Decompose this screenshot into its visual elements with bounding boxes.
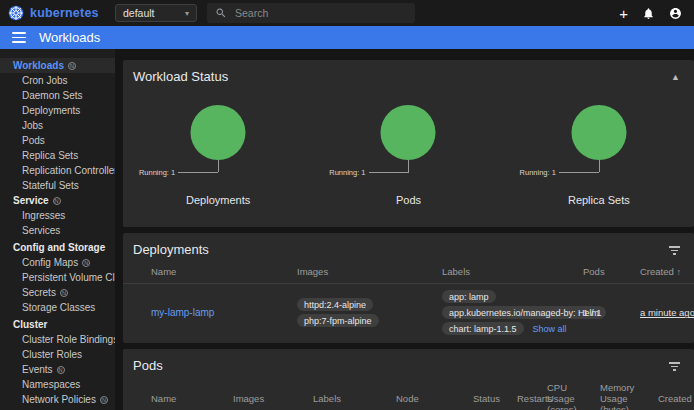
sidebar-item-service[interactable]: Service N <box>0 193 115 208</box>
namespaced-icon: N <box>82 259 90 267</box>
namespaced-icon: N <box>68 62 76 70</box>
pie-legend-running: Running: 1 <box>329 168 365 177</box>
kubernetes-logo-icon <box>8 5 24 21</box>
chevron-down-icon: ▾ <box>185 9 189 18</box>
chart-title-pods: Pods <box>313 194 503 206</box>
deployments-table-header: Name Images Labels Pods Created ↑ <box>123 265 694 284</box>
namespaced-icon: N <box>53 197 61 205</box>
deployment-labels: app: lamp app.kubernetes.io/managed-by: … <box>442 289 583 337</box>
notifications-bell-icon[interactable] <box>642 7 655 20</box>
col-images[interactable]: Images <box>233 394 313 405</box>
namespace-selector[interactable]: default ▾ <box>115 4 197 22</box>
col-images[interactable]: Images <box>297 267 442 278</box>
workload-status-title: Workload Status <box>133 69 228 84</box>
col-cpu-usage[interactable]: CPU Usage (cores) <box>547 383 600 410</box>
pods-table-header: Name Images Labels Node Status Restarts … <box>123 381 694 410</box>
sidebar-item-secrets[interactable]: Secrets N <box>0 285 115 300</box>
sidebar-item-workloads[interactable]: Workloads N <box>0 58 115 73</box>
label-chip: app.kubernetes.io/managed-by: Helm <box>442 306 606 319</box>
deployment-name-link[interactable]: my-lamp-lamp <box>151 307 297 318</box>
namespaced-icon: N <box>60 289 68 297</box>
col-node[interactable]: Node <box>396 394 473 405</box>
appbar: Workloads <box>0 26 694 49</box>
show-all-link[interactable]: Show all <box>533 324 567 334</box>
sidebar-item-namespaces[interactable]: Namespaces <box>0 377 115 392</box>
label-chip: chart: lamp-1.1.5 <box>442 322 524 335</box>
user-account-icon[interactable] <box>669 7 682 20</box>
collapse-chevron-up-icon[interactable]: ▲ <box>671 72 680 82</box>
sidebar-section-cluster: Cluster <box>0 317 115 332</box>
sidebar-item-cluster-roles[interactable]: Cluster Roles <box>0 347 115 362</box>
brand-name: kubernetes <box>30 6 99 20</box>
col-created[interactable]: Created ↑ <box>658 394 694 405</box>
brand-link[interactable]: kubernetes <box>0 5 108 21</box>
sidebar-item-ingresses[interactable]: Ingresses <box>0 208 115 223</box>
pods-card: Pods Name Images Labels Node Status Rest… <box>123 349 694 410</box>
deployment-images: httpd:2.4-alpine php:7-fpm-alpine <box>297 297 442 329</box>
deployments-card: Deployments Name Images Labels Pods Crea… <box>123 233 694 343</box>
workload-status-charts: Running: 1 Deployments Running: 1 Pods <box>123 92 694 216</box>
sidebar-item-persistent-volume-claims[interactable]: Persistent Volume Claims N <box>0 270 115 285</box>
chart-title-replica-sets: Replica Sets <box>504 194 694 206</box>
filter-icon[interactable] <box>669 360 680 371</box>
namespaced-icon: N <box>57 366 65 374</box>
col-restarts[interactable]: Restarts <box>517 394 547 405</box>
chart-title-deployments: Deployments <box>123 194 313 206</box>
sidebar-item-services[interactable]: Services <box>0 223 115 238</box>
sidebar-item-jobs[interactable]: Jobs <box>0 118 115 133</box>
sidebar-item-daemon-sets[interactable]: Daemon Sets <box>0 88 115 103</box>
deployment-created[interactable]: a minute ago <box>640 307 694 318</box>
sidebar-item-deployments[interactable]: Deployments <box>0 103 115 118</box>
pie-legend-running: Running: 1 <box>520 168 556 177</box>
col-name[interactable]: Name <box>151 394 233 405</box>
workload-status-card: Workload Status ▲ Running: 1 Deployments <box>123 60 694 227</box>
image-chip: php:7-fpm-alpine <box>297 314 379 327</box>
sidebar-item-stateful-sets[interactable]: Stateful Sets <box>0 178 115 193</box>
col-labels[interactable]: Labels <box>313 394 396 405</box>
menu-hamburger-icon[interactable] <box>12 32 26 42</box>
sidebar-item-cluster-role-bindings[interactable]: Cluster Role Bindings <box>0 332 115 347</box>
search-icon <box>215 7 227 19</box>
topbar-actions: + <box>619 6 694 21</box>
col-name[interactable]: Name <box>151 267 297 278</box>
kubernetes-dashboard: kubernetes default ▾ + Workloads <box>0 0 694 410</box>
sidebar-item-replication-controllers[interactable]: Replication Controllers <box>0 163 115 178</box>
sidebar-item-storage-classes[interactable]: Storage Classes <box>0 300 115 315</box>
topbar: kubernetes default ▾ + <box>0 0 694 26</box>
col-labels[interactable]: Labels <box>442 267 583 278</box>
search-box[interactable] <box>207 3 415 23</box>
sidebar-item-cron-jobs[interactable]: Cron Jobs <box>0 73 115 88</box>
pie-legend-running: Running: 1 <box>139 168 175 177</box>
search-input[interactable] <box>235 7 385 19</box>
sidebar-section-config-and-storage: Config and Storage <box>0 240 115 255</box>
deployment-pods-count: 1 / 1 <box>583 307 640 318</box>
namespace-value: default <box>123 7 155 19</box>
replica-sets-pie-chart: Running: 1 Replica Sets <box>504 92 694 216</box>
deployments-pie[interactable] <box>191 105 246 160</box>
deployments-pie-chart: Running: 1 Deployments <box>123 92 313 216</box>
main-content: Workload Status ▲ Running: 1 Deployments <box>115 49 694 410</box>
sort-ascending-icon: ↑ <box>676 267 681 277</box>
pods-pie[interactable] <box>381 105 436 160</box>
filter-icon[interactable] <box>669 244 680 255</box>
pods-card-title: Pods <box>133 358 163 373</box>
sidebar-item-network-policies[interactable]: Network Policies N <box>0 392 115 407</box>
col-pods[interactable]: Pods <box>583 267 640 278</box>
sidebar-item-replica-sets[interactable]: Replica Sets <box>0 148 115 163</box>
pods-pie-chart: Running: 1 Pods <box>313 92 503 216</box>
deployments-card-title: Deployments <box>133 242 209 257</box>
page-title: Workloads <box>39 30 100 45</box>
deployment-table-row: my-lamp-lamp httpd:2.4-alpine php:7-fpm-… <box>123 284 694 343</box>
replica-sets-pie[interactable] <box>571 105 626 160</box>
col-status[interactable]: Status <box>473 394 517 405</box>
sidebar-item-events[interactable]: Events N <box>0 362 115 377</box>
label-chip: app: lamp <box>442 290 496 303</box>
namespaced-icon: N <box>100 396 108 404</box>
sidebar-item-pods[interactable]: Pods <box>0 133 115 148</box>
sidebar-nav: Workloads N Cron Jobs Daemon Sets Deploy… <box>0 49 115 410</box>
image-chip: httpd:2.4-alpine <box>297 298 373 311</box>
col-memory-usage[interactable]: Memory Usage (bytes) <box>600 383 658 410</box>
create-resource-button[interactable]: + <box>619 6 628 21</box>
sidebar-item-config-maps[interactable]: Config Maps N <box>0 255 115 270</box>
col-created[interactable]: Created ↑ <box>640 267 694 278</box>
